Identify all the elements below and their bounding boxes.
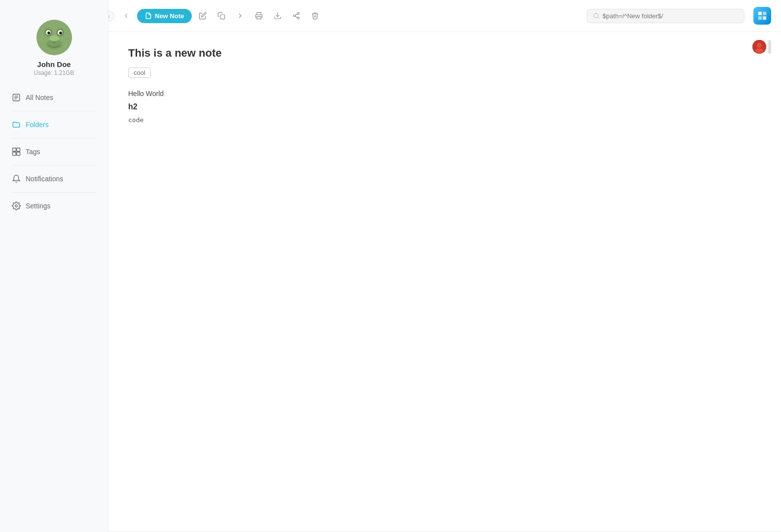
svg-line-25 [295, 16, 298, 18]
svg-rect-19 [220, 15, 225, 19]
notifications-icon [12, 174, 21, 183]
app-logo-icon [757, 10, 768, 21]
svg-rect-17 [17, 152, 20, 156]
svg-point-22 [297, 12, 299, 14]
search-bar[interactable] [587, 9, 745, 23]
user-section: John Doe Usage: 1.21GB [0, 10, 108, 88]
search-input[interactable] [603, 12, 738, 20]
sidebar-item-label-tags: Tags [26, 148, 40, 156]
svg-point-5 [47, 32, 50, 34]
sidebar-item-notifications[interactable]: Notifications [6, 169, 102, 188]
sidebar-item-label-all-notes: All Notes [26, 94, 53, 101]
nav-divider-4 [12, 192, 96, 193]
svg-point-34 [757, 43, 762, 48]
sidebar-item-label-notifications: Notifications [26, 175, 63, 183]
new-note-label: New Note [155, 12, 184, 20]
note-title: This is a new note [128, 47, 761, 60]
svg-rect-32 [763, 16, 766, 20]
settings-icon [12, 201, 21, 210]
svg-rect-31 [758, 16, 762, 20]
download-button[interactable] [270, 8, 285, 24]
svg-rect-30 [763, 12, 766, 15]
share-button[interactable] [288, 8, 304, 24]
svg-point-27 [594, 13, 599, 18]
edit-button[interactable] [195, 8, 211, 24]
svg-point-6 [59, 32, 62, 34]
collaborator-toggle [768, 40, 771, 54]
nav-divider-2 [12, 138, 96, 138]
back-button[interactable] [118, 8, 134, 24]
sidebar-item-tags[interactable]: Tags [6, 142, 102, 161]
share-right-button[interactable] [232, 8, 248, 24]
sidebar-item-settings[interactable]: Settings [6, 197, 102, 215]
notes-icon [12, 93, 21, 102]
svg-rect-16 [13, 152, 16, 156]
folders-icon [12, 120, 21, 129]
user-usage: Usage: 1.21GB [34, 69, 74, 76]
svg-point-24 [297, 17, 299, 19]
note-tag[interactable]: cool [128, 67, 151, 78]
avatar [36, 20, 72, 55]
svg-rect-20 [257, 16, 261, 19]
new-note-button[interactable]: New Note [137, 9, 192, 23]
nav-divider-3 [12, 165, 96, 166]
app-icon [753, 7, 771, 25]
sidebar-item-folders[interactable]: Folders [6, 115, 102, 134]
delete-button[interactable] [307, 8, 323, 24]
collaborator-avatar-1 [752, 40, 766, 54]
svg-point-18 [15, 205, 18, 207]
search-icon [593, 12, 600, 19]
note-body: Hello World h2 code [128, 88, 761, 126]
sidebar-item-all-notes[interactable]: All Notes [6, 88, 102, 107]
svg-rect-29 [758, 12, 762, 15]
sidebar-item-label-folders: Folders [26, 121, 49, 129]
copy-button[interactable] [213, 8, 229, 24]
tags-icon [12, 147, 21, 156]
svg-point-9 [49, 35, 59, 41]
note-line-2: h2 [128, 100, 761, 114]
note-line-1: Hello World [128, 88, 761, 100]
print-button[interactable] [251, 8, 267, 24]
toolbar: New Note [108, 0, 781, 32]
nav-section: All Notes Folders Tags [0, 88, 108, 522]
collaborator-avatars [752, 40, 771, 54]
svg-rect-14 [13, 148, 16, 152]
user-name: John Doe [37, 60, 71, 68]
sidebar-item-label-settings: Settings [26, 202, 51, 210]
nav-divider-1 [12, 111, 96, 111]
svg-rect-15 [17, 148, 20, 152]
svg-line-28 [598, 17, 599, 18]
toolbar-left: New Note [118, 8, 323, 24]
collab-avatar-icon [752, 40, 766, 54]
sidebar: John Doe Usage: 1.21GB All Notes Fol [0, 0, 108, 532]
svg-point-35 [755, 48, 763, 53]
note-line-3: code [128, 114, 761, 126]
svg-line-26 [295, 14, 298, 15]
svg-point-23 [293, 15, 295, 17]
note-area[interactable]: This is a new note cool Hello World h2 c… [108, 32, 781, 532]
main-content: ‹ New Note [108, 0, 781, 532]
